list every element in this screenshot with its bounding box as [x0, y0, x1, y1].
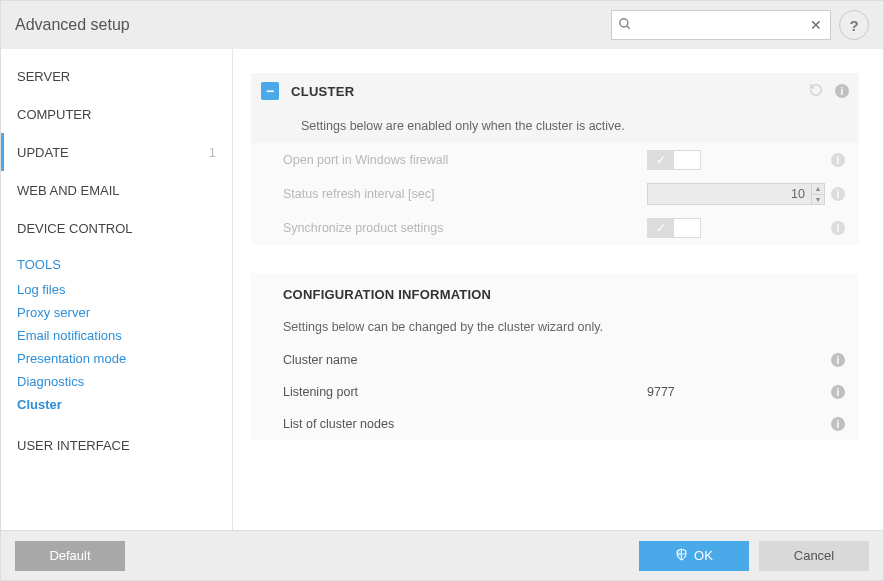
sidebar-sub-email-notifications[interactable]: Email notifications	[1, 324, 232, 347]
info-icon[interactable]: i	[831, 153, 845, 167]
refresh-input[interactable]	[648, 187, 811, 201]
default-button[interactable]: Default	[15, 541, 125, 571]
toggle-on: ✓	[648, 151, 674, 169]
toggle-on: ✓	[648, 219, 674, 237]
sidebar-item-web-email[interactable]: WEB AND EMAIL	[1, 171, 232, 209]
row-firewall-control: ✓	[647, 150, 827, 170]
toggle-off	[674, 219, 700, 237]
collapse-toggle[interactable]: −	[261, 82, 279, 100]
info-icon[interactable]: i	[831, 417, 845, 431]
cluster-section-header: − CLUSTER i	[251, 73, 859, 109]
row-firewall: Open port in Windows firewall ✓ i	[251, 143, 859, 177]
search-icon	[618, 17, 632, 34]
sidebar-item-tools[interactable]: TOOLS	[1, 247, 232, 278]
sidebar-item-server[interactable]: SERVER	[1, 57, 232, 95]
undo-icon[interactable]	[809, 83, 823, 100]
info-icon[interactable]: i	[831, 187, 845, 201]
cluster-desc: Settings below are enabled only when the…	[251, 109, 859, 143]
sidebar-sub-cluster[interactable]: Cluster	[1, 393, 232, 416]
firewall-toggle[interactable]: ✓	[647, 150, 701, 170]
row-refresh-label: Status refresh interval [sec]	[283, 187, 647, 201]
listening-port-value: 9777	[647, 385, 827, 399]
spinner-arrows: ▲ ▼	[811, 184, 824, 204]
row-sync-label: Synchronize product settings	[283, 221, 647, 235]
sidebar-item-computer[interactable]: COMPUTER	[1, 95, 232, 133]
config-info-heading: CONFIGURATION INFORMATION	[251, 273, 859, 310]
sidebar-item-label: COMPUTER	[17, 107, 91, 122]
sidebar-item-label: WEB AND EMAIL	[17, 183, 120, 198]
cluster-nodes-label: List of cluster nodes	[283, 417, 647, 431]
cluster-name-label: Cluster name	[283, 353, 647, 367]
listening-port-label: Listening port	[283, 385, 647, 399]
sidebar-sub-log-files[interactable]: Log files	[1, 278, 232, 301]
search-box[interactable]: ✕	[611, 10, 831, 40]
advanced-setup-window: Advanced setup ✕ ? SERVER COMPUTER UPDAT…	[0, 0, 884, 581]
spinner-down[interactable]: ▼	[812, 195, 824, 205]
row-cluster-name: Cluster name i	[251, 344, 859, 376]
body: SERVER COMPUTER UPDATE1 WEB AND EMAIL DE…	[1, 49, 883, 530]
sidebar-item-device-control[interactable]: DEVICE CONTROL	[1, 209, 232, 247]
info-icon[interactable]: i	[835, 84, 849, 98]
sidebar-sub-diagnostics[interactable]: Diagnostics	[1, 370, 232, 393]
sidebar-sub-proxy-server[interactable]: Proxy server	[1, 301, 232, 324]
sidebar-item-count: 1	[209, 145, 216, 160]
svg-line-1	[627, 25, 630, 28]
spinner-up[interactable]: ▲	[812, 184, 824, 195]
row-cluster-nodes: List of cluster nodes i	[251, 408, 859, 440]
row-refresh-control: ▲ ▼	[647, 183, 827, 205]
clear-search-icon[interactable]: ✕	[808, 17, 824, 33]
shield-icon	[675, 548, 688, 564]
search-input[interactable]	[636, 18, 808, 33]
info-icon[interactable]: i	[831, 353, 845, 367]
sync-toggle[interactable]: ✓	[647, 218, 701, 238]
ok-button[interactable]: OK	[639, 541, 749, 571]
cluster-heading: CLUSTER	[291, 84, 809, 99]
svg-point-0	[620, 18, 628, 26]
sidebar-sub-presentation-mode[interactable]: Presentation mode	[1, 347, 232, 370]
page-title: Advanced setup	[15, 16, 611, 34]
spacer	[251, 245, 859, 273]
sidebar-item-label: DEVICE CONTROL	[17, 221, 133, 236]
cancel-button[interactable]: Cancel	[759, 541, 869, 571]
row-sync-control: ✓	[647, 218, 827, 238]
sidebar-item-label: USER INTERFACE	[17, 438, 130, 453]
info-icon[interactable]: i	[831, 385, 845, 399]
footer: Default OK Cancel	[1, 530, 883, 580]
content-pane: − CLUSTER i Settings below are enabled o…	[233, 49, 883, 530]
row-listening-port: Listening port 9777 i	[251, 376, 859, 408]
sidebar-item-label: UPDATE	[17, 145, 69, 160]
row-firewall-label: Open port in Windows firewall	[283, 153, 647, 167]
sidebar: SERVER COMPUTER UPDATE1 WEB AND EMAIL DE…	[1, 49, 233, 530]
sidebar-item-user-interface[interactable]: USER INTERFACE	[1, 426, 232, 464]
row-sync: Synchronize product settings ✓ i	[251, 211, 859, 245]
row-refresh: Status refresh interval [sec] ▲ ▼ i	[251, 177, 859, 211]
help-button[interactable]: ?	[839, 10, 869, 40]
refresh-spinner[interactable]: ▲ ▼	[647, 183, 825, 205]
toggle-off	[674, 151, 700, 169]
config-info-desc: Settings below can be changed by the clu…	[251, 310, 859, 344]
info-icon[interactable]: i	[831, 221, 845, 235]
sidebar-item-update[interactable]: UPDATE1	[1, 133, 232, 171]
sidebar-item-label: SERVER	[17, 69, 70, 84]
titlebar: Advanced setup ✕ ?	[1, 1, 883, 49]
ok-button-label: OK	[694, 548, 713, 563]
